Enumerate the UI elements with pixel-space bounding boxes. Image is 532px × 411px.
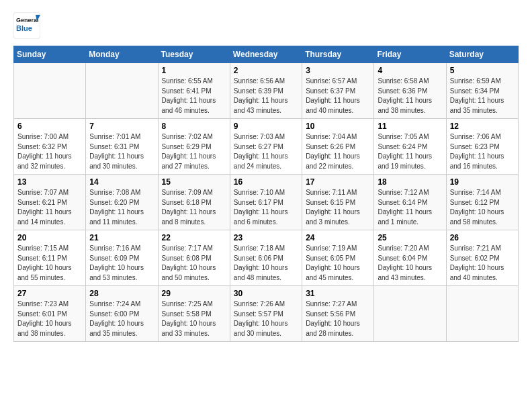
day-cell: 17Sunrise: 7:11 AMSunset: 6:15 PMDayligh… [302,175,374,230]
day-detail: Sunrise: 7:09 AMSunset: 6:18 PMDaylight:… [162,188,226,227]
day-cell: 18Sunrise: 7:12 AMSunset: 6:14 PMDayligh… [374,175,446,230]
day-detail: Sunrise: 7:12 AMSunset: 6:14 PMDaylight:… [378,188,442,227]
day-cell [14,63,86,119]
day-cell: 14Sunrise: 7:08 AMSunset: 6:20 PMDayligh… [86,175,158,230]
svg-text:General: General [16,17,39,24]
week-row-4: 20Sunrise: 7:15 AMSunset: 6:11 PMDayligh… [14,230,519,286]
day-detail: Sunrise: 7:11 AMSunset: 6:15 PMDaylight:… [306,188,370,227]
day-detail: Sunrise: 7:16 AMSunset: 6:09 PMDaylight:… [89,244,154,283]
day-number: 28 [89,289,154,298]
day-detail: Sunrise: 7:08 AMSunset: 6:20 PMDaylight:… [89,188,154,227]
day-cell: 6Sunrise: 7:00 AMSunset: 6:32 PMDaylight… [14,119,86,175]
header-cell-thursday: Thursday [302,46,374,63]
day-cell: 8Sunrise: 7:02 AMSunset: 6:29 PMDaylight… [158,119,230,175]
day-cell: 21Sunrise: 7:16 AMSunset: 6:09 PMDayligh… [86,230,158,286]
header-cell-sunday: Sunday [14,46,86,63]
day-cell: 9Sunrise: 7:03 AMSunset: 6:27 PMDaylight… [230,119,302,175]
day-detail: Sunrise: 6:58 AMSunset: 6:36 PMDaylight:… [378,77,442,116]
day-number: 4 [378,66,442,75]
day-detail: Sunrise: 6:56 AMSunset: 6:39 PMDaylight:… [234,77,298,116]
day-detail: Sunrise: 7:21 AMSunset: 6:02 PMDaylight:… [450,244,515,283]
day-number: 10 [306,122,370,131]
header-cell-tuesday: Tuesday [158,46,230,63]
day-number: 17 [306,177,370,187]
day-detail: Sunrise: 7:26 AMSunset: 5:57 PMDaylight:… [234,300,298,338]
day-cell: 13Sunrise: 7:07 AMSunset: 6:21 PMDayligh… [14,175,86,230]
day-detail: Sunrise: 7:03 AMSunset: 6:27 PMDaylight:… [234,132,298,171]
day-number: 29 [162,289,226,298]
day-cell: 23Sunrise: 7:18 AMSunset: 6:06 PMDayligh… [230,230,302,286]
day-cell [374,286,446,342]
day-number: 14 [89,177,154,187]
day-cell: 28Sunrise: 7:24 AMSunset: 6:00 PMDayligh… [86,286,158,342]
day-detail: Sunrise: 6:57 AMSunset: 6:37 PMDaylight:… [306,77,370,116]
week-row-3: 13Sunrise: 7:07 AMSunset: 6:21 PMDayligh… [14,175,519,230]
day-number: 5 [450,66,515,75]
day-cell: 16Sunrise: 7:10 AMSunset: 6:17 PMDayligh… [230,175,302,230]
day-number: 6 [17,122,82,131]
header-cell-monday: Monday [86,46,158,63]
day-detail: Sunrise: 7:20 AMSunset: 6:04 PMDaylight:… [378,244,442,283]
day-cell: 29Sunrise: 7:25 AMSunset: 5:58 PMDayligh… [158,286,230,342]
day-detail: Sunrise: 7:10 AMSunset: 6:17 PMDaylight:… [234,188,298,227]
calendar-header-row: SundayMondayTuesdayWednesdayThursdayFrid… [14,46,519,63]
day-cell: 27Sunrise: 7:23 AMSunset: 6:01 PMDayligh… [14,286,86,342]
day-number: 21 [89,233,154,242]
day-cell [86,63,158,119]
day-number: 2 [234,66,298,75]
day-cell: 15Sunrise: 7:09 AMSunset: 6:18 PMDayligh… [158,175,230,230]
day-cell: 2Sunrise: 6:56 AMSunset: 6:39 PMDaylight… [230,63,302,119]
day-cell: 24Sunrise: 7:19 AMSunset: 6:05 PMDayligh… [302,230,374,286]
day-number: 22 [162,233,226,242]
day-number: 16 [234,177,298,187]
page: General Blue SundayMondayTuesdayWednesda… [0,0,532,411]
day-detail: Sunrise: 7:25 AMSunset: 5:58 PMDaylight:… [162,300,226,338]
day-number: 8 [162,122,226,131]
day-detail: Sunrise: 7:27 AMSunset: 5:56 PMDaylight:… [306,300,370,338]
day-cell: 25Sunrise: 7:20 AMSunset: 6:04 PMDayligh… [374,230,446,286]
day-cell: 5Sunrise: 6:59 AMSunset: 6:34 PMDaylight… [446,63,518,119]
day-cell: 19Sunrise: 7:14 AMSunset: 6:12 PMDayligh… [446,175,518,230]
day-number: 13 [17,177,82,187]
day-detail: Sunrise: 7:18 AMSunset: 6:06 PMDaylight:… [234,244,298,283]
day-number: 15 [162,177,226,187]
day-detail: Sunrise: 7:17 AMSunset: 6:08 PMDaylight:… [162,244,226,283]
day-detail: Sunrise: 7:07 AMSunset: 6:21 PMDaylight:… [17,188,82,227]
day-detail: Sunrise: 7:00 AMSunset: 6:32 PMDaylight:… [17,132,82,171]
day-number: 23 [234,233,298,242]
header-cell-friday: Friday [374,46,446,63]
day-detail: Sunrise: 7:04 AMSunset: 6:26 PMDaylight:… [306,132,370,171]
day-number: 26 [450,233,515,242]
day-detail: Sunrise: 7:06 AMSunset: 6:23 PMDaylight:… [450,132,515,171]
week-row-5: 27Sunrise: 7:23 AMSunset: 6:01 PMDayligh… [14,286,519,342]
day-number: 20 [17,233,82,242]
day-cell: 31Sunrise: 7:27 AMSunset: 5:56 PMDayligh… [302,286,374,342]
day-number: 9 [234,122,298,131]
day-number: 25 [378,233,442,242]
day-detail: Sunrise: 7:24 AMSunset: 6:00 PMDaylight:… [89,300,154,338]
day-cell: 11Sunrise: 7:05 AMSunset: 6:24 PMDayligh… [374,119,446,175]
logo: General Blue [13,12,40,39]
day-cell: 10Sunrise: 7:04 AMSunset: 6:26 PMDayligh… [302,119,374,175]
day-number: 7 [89,122,154,131]
svg-text:Blue: Blue [16,24,32,32]
day-cell: 26Sunrise: 7:21 AMSunset: 6:02 PMDayligh… [446,230,518,286]
day-detail: Sunrise: 7:14 AMSunset: 6:12 PMDaylight:… [450,188,515,227]
day-number: 31 [306,289,370,298]
day-cell: 30Sunrise: 7:26 AMSunset: 5:57 PMDayligh… [230,286,302,342]
week-row-1: 1Sunrise: 6:55 AMSunset: 6:41 PMDaylight… [14,63,519,119]
day-cell: 3Sunrise: 6:57 AMSunset: 6:37 PMDaylight… [302,63,374,119]
day-detail: Sunrise: 6:59 AMSunset: 6:34 PMDaylight:… [450,77,515,116]
day-detail: Sunrise: 7:23 AMSunset: 6:01 PMDaylight:… [17,300,82,338]
day-detail: Sunrise: 7:19 AMSunset: 6:05 PMDaylight:… [306,244,370,283]
day-cell: 1Sunrise: 6:55 AMSunset: 6:41 PMDaylight… [158,63,230,119]
day-number: 3 [306,66,370,75]
day-detail: Sunrise: 6:55 AMSunset: 6:41 PMDaylight:… [162,77,226,116]
day-detail: Sunrise: 7:02 AMSunset: 6:29 PMDaylight:… [162,132,226,171]
header-cell-saturday: Saturday [446,46,518,63]
day-cell: 12Sunrise: 7:06 AMSunset: 6:23 PMDayligh… [446,119,518,175]
day-number: 18 [378,177,442,187]
day-cell: 4Sunrise: 6:58 AMSunset: 6:36 PMDaylight… [374,63,446,119]
day-detail: Sunrise: 7:15 AMSunset: 6:11 PMDaylight:… [17,244,82,283]
day-detail: Sunrise: 7:05 AMSunset: 6:24 PMDaylight:… [378,132,442,171]
